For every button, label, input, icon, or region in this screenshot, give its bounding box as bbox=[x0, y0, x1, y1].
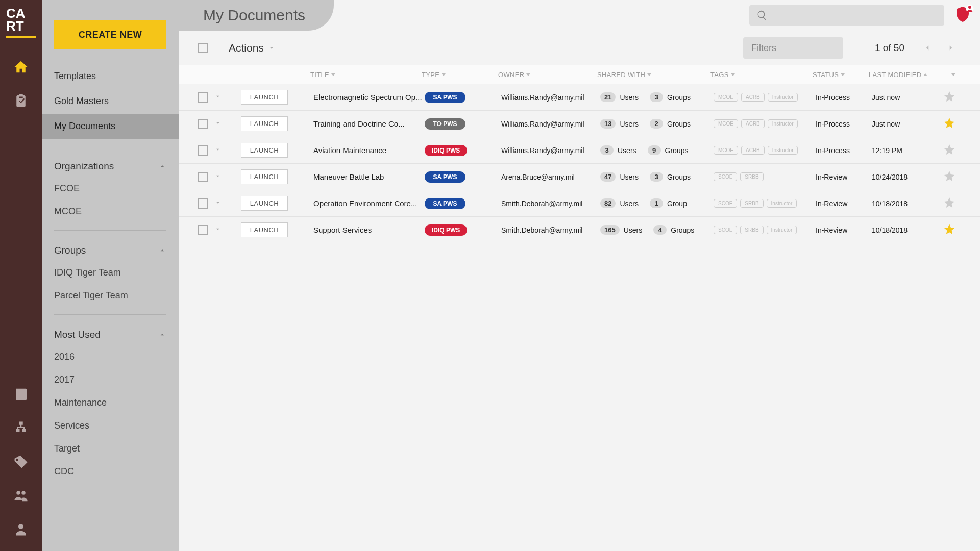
tag-pill[interactable]: ACRB bbox=[741, 146, 765, 155]
row-owner: Smith.Deborah@army.mil bbox=[501, 226, 600, 234]
prev-page-icon[interactable] bbox=[923, 43, 932, 53]
tag-pill[interactable]: SCOE bbox=[714, 172, 737, 181]
launch-button[interactable]: LAUNCH bbox=[241, 222, 288, 237]
row-menu-icon[interactable] bbox=[214, 93, 222, 102]
launch-button[interactable]: LAUNCH bbox=[241, 196, 288, 211]
tag-pill[interactable]: SRBB bbox=[740, 226, 763, 234]
favorite-star-icon[interactable] bbox=[943, 196, 955, 211]
launch-button[interactable]: LAUNCH bbox=[241, 143, 288, 158]
row-checkbox[interactable] bbox=[198, 92, 208, 103]
sidebar-subitem[interactable]: CDC bbox=[42, 460, 179, 483]
row-menu-icon[interactable] bbox=[214, 199, 222, 208]
launch-button[interactable]: LAUNCH bbox=[241, 116, 288, 131]
col-tags[interactable]: TAGS bbox=[710, 71, 813, 79]
row-checkbox[interactable] bbox=[198, 225, 208, 235]
search-input[interactable] bbox=[749, 5, 944, 26]
row-menu-icon[interactable] bbox=[214, 146, 222, 155]
actions-dropdown[interactable]: Actions bbox=[229, 42, 275, 54]
notifications-shield-icon[interactable] bbox=[953, 5, 972, 26]
tag-pill[interactable]: Instructor bbox=[767, 226, 797, 234]
tag-pill[interactable]: Instructor bbox=[768, 119, 798, 128]
row-status: In-Review bbox=[816, 173, 872, 181]
row-title[interactable]: Electromagnetic Spectrum Op... bbox=[313, 93, 425, 102]
row-title[interactable]: Operation Environment Core... bbox=[313, 199, 425, 208]
row-title[interactable]: Aviation Maintenance bbox=[313, 146, 425, 155]
create-new-button[interactable]: CREATE NEW bbox=[54, 20, 166, 49]
sidebar-subitem[interactable]: IDIQ Tiger Team bbox=[42, 261, 179, 284]
table-row: LAUNCH Support Services IDIQ PWS Smith.D… bbox=[179, 216, 980, 243]
row-shared: 13Users 2Groups bbox=[600, 119, 714, 129]
row-shared: 3Users 9Groups bbox=[600, 145, 714, 155]
sidebar-subitem[interactable]: Maintenance bbox=[42, 391, 179, 414]
next-page-icon[interactable] bbox=[946, 43, 955, 53]
contacts-icon[interactable] bbox=[0, 378, 42, 411]
favorite-star-icon[interactable] bbox=[943, 117, 955, 131]
row-tags: SCOESRBBInstructor bbox=[714, 199, 816, 208]
sidebar-subitem[interactable]: 2016 bbox=[42, 345, 179, 368]
row-title[interactable]: Training and Doctrine Co... bbox=[313, 119, 425, 128]
tag-pill[interactable]: SRBB bbox=[740, 199, 763, 208]
tag-pill[interactable]: Instructor bbox=[768, 146, 798, 155]
col-shared[interactable]: SHARED WITH bbox=[597, 71, 710, 79]
row-title[interactable]: Maneuver Battle Lab bbox=[313, 172, 425, 181]
tag-pill[interactable]: MCOE bbox=[714, 119, 738, 128]
col-status[interactable]: STATUS bbox=[813, 71, 869, 79]
tag-pill[interactable]: SCOE bbox=[714, 199, 737, 208]
tag-pill[interactable]: SRBB bbox=[740, 172, 763, 181]
col-modified[interactable]: LAST MODIFIED bbox=[869, 71, 930, 79]
tag-pill[interactable]: ACRB bbox=[741, 93, 765, 102]
select-all-checkbox[interactable] bbox=[198, 43, 208, 53]
row-menu-icon[interactable] bbox=[214, 172, 222, 182]
row-checkbox[interactable] bbox=[198, 172, 208, 182]
sidebar-subitem[interactable]: MCOE bbox=[42, 200, 179, 223]
row-status: In-Process bbox=[816, 93, 872, 102]
tag-pill[interactable]: ACRB bbox=[741, 119, 765, 128]
tag-pill[interactable]: Instructor bbox=[768, 93, 798, 102]
row-modified: 10/18/2018 bbox=[872, 226, 933, 234]
groups-title: Groups bbox=[54, 245, 86, 256]
nav-item[interactable]: My Documents bbox=[42, 114, 179, 139]
sidebar-subitem[interactable]: Services bbox=[42, 414, 179, 437]
row-tags: MCOEACRBInstructor bbox=[714, 93, 816, 102]
sidebar-subitem[interactable]: Target bbox=[42, 437, 179, 460]
col-type[interactable]: TYPE bbox=[422, 71, 498, 79]
hierarchy-icon[interactable] bbox=[0, 411, 42, 445]
nav-item[interactable]: Gold Masters bbox=[42, 89, 179, 114]
tag-pill[interactable]: MCOE bbox=[714, 146, 738, 155]
launch-button[interactable]: LAUNCH bbox=[241, 90, 288, 105]
search-icon bbox=[756, 10, 768, 21]
user-icon[interactable] bbox=[0, 512, 42, 546]
row-shared: 165Users 4Groups bbox=[600, 225, 714, 235]
row-checkbox[interactable] bbox=[198, 198, 208, 209]
tags-icon[interactable] bbox=[0, 445, 42, 479]
groups-icon[interactable] bbox=[0, 479, 42, 512]
sidebar-subitem[interactable]: 2017 bbox=[42, 368, 179, 391]
row-owner: Williams.Randy@army.mil bbox=[501, 120, 600, 128]
groups-header[interactable]: Groups bbox=[42, 238, 179, 261]
table-row: LAUNCH Training and Doctrine Co... TO PW… bbox=[179, 110, 980, 137]
nav-item[interactable]: Templates bbox=[42, 64, 179, 89]
clipboard-icon[interactable] bbox=[0, 84, 42, 117]
row-checkbox[interactable] bbox=[198, 119, 208, 129]
favorite-star-icon[interactable] bbox=[943, 223, 955, 237]
row-checkbox[interactable] bbox=[198, 145, 208, 156]
favorite-star-icon[interactable] bbox=[943, 90, 955, 105]
row-title[interactable]: Support Services bbox=[313, 226, 425, 234]
organizations-header[interactable]: Organizations bbox=[42, 154, 179, 177]
favorite-star-icon[interactable] bbox=[943, 170, 955, 184]
col-owner[interactable]: OWNER bbox=[498, 71, 597, 79]
sidebar-subitem[interactable]: Parcel Tiger Team bbox=[42, 284, 179, 307]
home-icon[interactable] bbox=[0, 50, 42, 84]
favorite-star-icon[interactable] bbox=[943, 143, 955, 158]
row-menu-icon[interactable] bbox=[214, 119, 222, 129]
tag-pill[interactable]: Instructor bbox=[767, 199, 797, 208]
filters-input[interactable]: Filters bbox=[743, 37, 843, 59]
launch-button[interactable]: LAUNCH bbox=[241, 169, 288, 184]
sidebar-subitem[interactable]: FCOE bbox=[42, 177, 179, 200]
tag-pill[interactable]: MCOE bbox=[714, 93, 738, 102]
row-menu-icon[interactable] bbox=[214, 226, 222, 235]
col-title[interactable]: TITLE bbox=[310, 71, 422, 79]
tag-pill[interactable]: SCOE bbox=[714, 226, 737, 234]
row-shared: 21Users 3Groups bbox=[600, 92, 714, 102]
most-used-header[interactable]: Most Used bbox=[42, 322, 179, 345]
